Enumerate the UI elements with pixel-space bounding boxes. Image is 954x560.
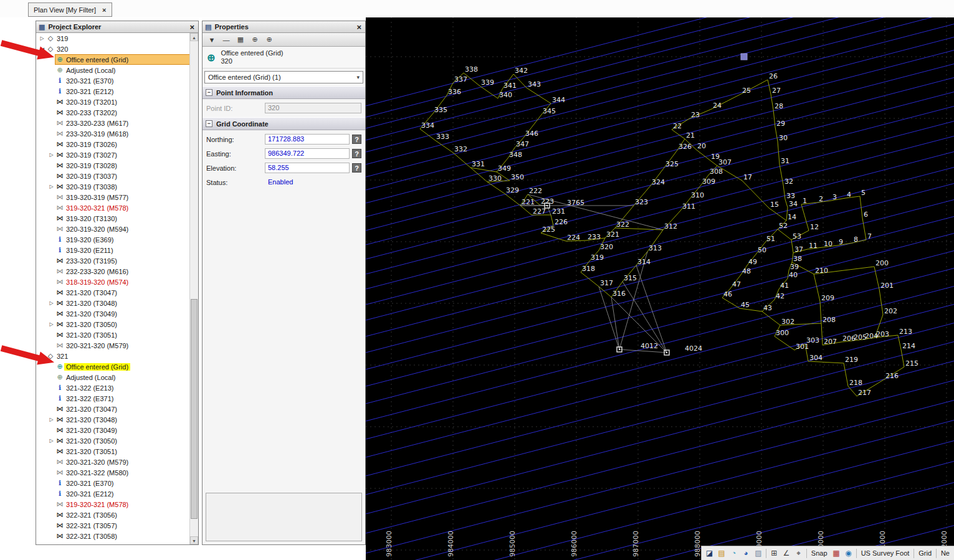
map-point-label[interactable]: 48: [742, 267, 751, 275]
map-point-label[interactable]: 40: [789, 271, 798, 279]
map-point-label[interactable]: 227: [533, 207, 546, 216]
map-point-label[interactable]: 203: [876, 330, 889, 338]
map-point-label[interactable]: 341: [503, 82, 517, 90]
map-point-label[interactable]: 325: [665, 160, 679, 168]
map-point-label[interactable]: 332: [454, 145, 467, 153]
map-point-label[interactable]: 5: [861, 189, 866, 197]
map-point-label[interactable]: 38: [793, 255, 802, 263]
snap-label[interactable]: Snap: [810, 549, 829, 557]
map-point-label[interactable]: 10: [824, 240, 832, 248]
map-point-label[interactable]: 30: [779, 134, 788, 142]
field-value[interactable]: Enabled: [265, 177, 361, 187]
tree-item-content[interactable]: ℹ320-321 (E212): [55, 489, 190, 498]
tree-item[interactable]: ⋈233-320-319 (M618): [36, 128, 190, 139]
tree-item-content[interactable]: ⋈320-321-320 (M579): [55, 341, 190, 350]
map-point-label[interactable]: 219: [845, 356, 858, 364]
plan-view-svg[interactable]: 3383373393423363413403433443453353463343…: [366, 17, 954, 560]
tree-item-content[interactable]: ◇321: [46, 351, 190, 361]
map-point-label[interactable]: 12: [810, 223, 819, 231]
tree-item-content[interactable]: ◇319: [46, 34, 190, 43]
tree-item-content[interactable]: ⋈233-320-319 (M618): [55, 129, 190, 138]
tree-item-content[interactable]: ℹ320-321 (E212): [55, 87, 190, 96]
tree-item-content[interactable]: ⋈319-320 (T3130): [55, 214, 190, 223]
tree-item-content[interactable]: ℹ321-322 (E371): [55, 394, 190, 403]
map-point-label[interactable]: 3: [832, 193, 837, 201]
offset-icon[interactable]: ⌖: [794, 548, 803, 558]
tree-item[interactable]: ℹ321-322 (E371): [36, 393, 190, 404]
tree-item[interactable]: ⋈322-321 (T3058): [36, 531, 190, 541]
tree-expander-icon[interactable]: ▷: [47, 300, 55, 306]
tree-item[interactable]: ⋈322-321 (T3056): [36, 510, 190, 520]
tree-item-content[interactable]: ⋈321-320 (T3047): [55, 288, 190, 297]
map-point-label[interactable]: 321: [606, 230, 619, 239]
edit-icon[interactable]: ▤: [717, 548, 727, 558]
map-point-label[interactable]: 226: [555, 218, 568, 226]
map-point-label[interactable]: 32: [785, 178, 793, 186]
tree-item-content[interactable]: ⋈320-319 (T3201): [55, 97, 190, 107]
tree-item[interactable]: ⋈319-320-321 (M578): [36, 499, 190, 510]
tree-item-content[interactable]: ℹ319-320 (E211): [55, 245, 190, 255]
tree-item[interactable]: ⋈319-320 (T3130): [36, 213, 190, 224]
map-point-label[interactable]: 348: [509, 151, 522, 159]
tree-item[interactable]: ⋈320-319 (T3026): [36, 139, 190, 149]
map-point-label[interactable]: 233: [588, 233, 601, 241]
tree-item[interactable]: ℹ320-321 (E370): [36, 478, 190, 488]
tree-item[interactable]: ⋈320-319 (T3028): [36, 160, 190, 171]
help-icon[interactable]: ?: [352, 163, 361, 173]
tree-item[interactable]: ⋈320-321-322 (M580): [36, 467, 190, 478]
tree-item-content[interactable]: ⋈319-320-321 (M578): [55, 500, 190, 509]
tree-item[interactable]: ⋈322-321 (T3059): [36, 541, 190, 544]
map-point-label[interactable]: 319: [591, 254, 604, 262]
map-point-label[interactable]: 214: [902, 342, 915, 350]
map-point-label[interactable]: 302: [781, 318, 794, 326]
tree-item[interactable]: ▷⋈321-320 (T3050): [36, 319, 190, 330]
map-point-label[interactable]: 314: [637, 258, 651, 266]
tree-item[interactable]: ⋈320-319-320 (M594): [36, 224, 190, 234]
shading-icon[interactable]: ▨: [754, 548, 763, 558]
map-point-label[interactable]: 322: [616, 221, 629, 229]
project-settings-icon[interactable]: ▦: [832, 548, 841, 558]
map-point-label[interactable]: 49: [748, 258, 757, 266]
map-point-label[interactable]: 333: [436, 133, 449, 141]
tree-item-content[interactable]: ⋈320-319 (T3027): [55, 150, 190, 159]
map-point-label[interactable]: 300: [776, 329, 789, 337]
tree-item-content[interactable]: ⋈322-321 (T3059): [55, 542, 190, 544]
tree-item-content[interactable]: ⋈233-320-233 (M617): [55, 118, 190, 128]
map-point-label[interactable]: 42: [776, 292, 785, 300]
map-point-label[interactable]: 17: [743, 173, 752, 181]
clipped-label[interactable]: Ne: [940, 549, 951, 557]
tree-item[interactable]: ⋈233-320 (T3195): [36, 255, 190, 266]
map-point-label[interactable]: 33: [786, 192, 795, 200]
tree-item[interactable]: ⋈319-320-319 (M577): [36, 192, 190, 202]
map-point-label[interactable]: 45: [741, 301, 750, 309]
map-point-label[interactable]: 11: [809, 242, 818, 250]
map-point-label[interactable]: 343: [528, 80, 541, 88]
tree-item-content[interactable]: ⋈321-320 (T3051): [55, 330, 190, 339]
map-point-label[interactable]: 26: [769, 72, 778, 80]
tree-item[interactable]: ⋈318-319-320 (M574): [36, 277, 190, 287]
map-point-label[interactable]: 27: [772, 87, 781, 95]
map-point-label[interactable]: 213: [899, 328, 912, 336]
tree-item-content[interactable]: ⋈318-319-320 (M574): [55, 277, 190, 287]
map-point-label[interactable]: 225: [542, 225, 555, 234]
new-view-icon[interactable]: ◪: [705, 548, 714, 558]
tree-item[interactable]: ℹ319-320 (E211): [36, 245, 190, 255]
tree-item-content[interactable]: ⋈321-320 (T3050): [55, 320, 190, 329]
map-point-label[interactable]: 329: [506, 186, 519, 194]
tree-item-content[interactable]: ⋈321-320 (T3048): [55, 415, 190, 424]
map-point-label[interactable]: 9: [839, 238, 843, 246]
selection-dropdown[interactable]: Office entered (Grid) (1) ▾: [204, 71, 363, 83]
map-point-label[interactable]: 215: [905, 359, 918, 368]
tree-item-content[interactable]: ⋈321-320 (T3050): [55, 436, 190, 445]
map-point-label[interactable]: 46: [723, 290, 732, 298]
pan-icon[interactable]: ◔: [729, 548, 738, 558]
map-point-label[interactable]: 310: [691, 191, 704, 199]
map-point-label[interactable]: 301: [796, 343, 809, 351]
map-point-label[interactable]: 21: [686, 131, 695, 140]
map-point-label[interactable]: 307: [718, 158, 732, 166]
map-point-label[interactable]: 222: [529, 187, 542, 195]
map-point-label[interactable]: 1: [803, 197, 807, 205]
map-point-label[interactable]: 312: [664, 222, 677, 230]
tab-plan-view[interactable]: Plan View [My Filter] ×: [28, 2, 112, 17]
map-point-label[interactable]: 14: [788, 213, 796, 221]
